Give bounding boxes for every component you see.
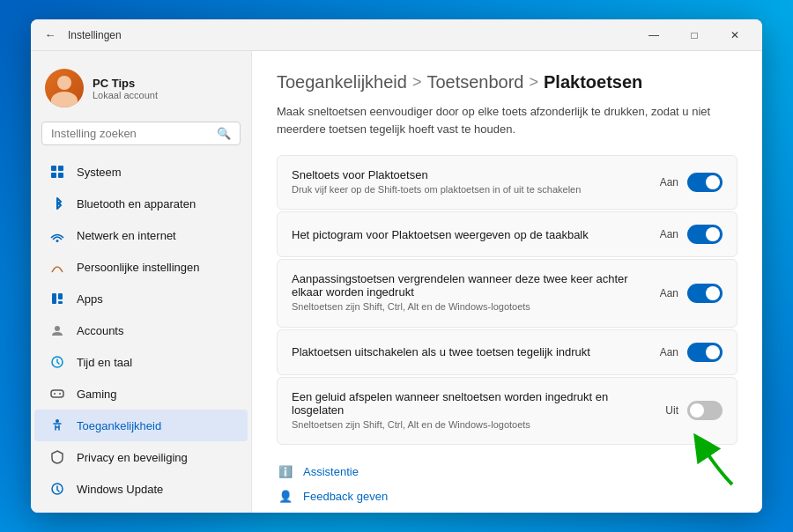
sidebar-label-persoonlijk: Persoonlijke instellingen: [77, 261, 199, 274]
settings-window: ← Instellingen — □ ✕ PC Tips Lokaal acco…: [31, 19, 762, 513]
bottom-links: ℹ️ Assistentie 👤 Feedback geven: [277, 462, 737, 505]
toegankelijkheid-icon: [48, 417, 66, 434]
breadcrumb-part2: Toetsenbord: [426, 72, 523, 92]
sidebar-item-tijd[interactable]: Tijd en taal: [34, 346, 248, 378]
systeem-icon: [48, 163, 66, 181]
feedback-link[interactable]: 👤 Feedback geven: [277, 487, 737, 505]
back-button[interactable]: ←: [38, 23, 63, 48]
sidebar-label-tijd: Tijd en taal: [77, 356, 132, 369]
tijd-icon: [48, 353, 66, 371]
profile-subtitle: Lokaal account: [93, 90, 158, 100]
svg-rect-1: [58, 166, 63, 171]
breadcrumb-sep1: >: [412, 73, 422, 92]
page-description: Maak sneltoetsen eenvoudiger door op elk…: [277, 103, 737, 137]
svg-rect-6: [58, 293, 63, 299]
sidebar-label-netwerk: Netwerk en internet: [77, 229, 176, 242]
setting-uitschakelen: Plaktoetsen uitschakelen als u twee toet…: [277, 329, 737, 375]
toggle-uitschakelen[interactable]: [687, 343, 723, 362]
assistentie-link[interactable]: ℹ️ Assistentie: [277, 462, 737, 480]
toggle-thumb-pictogram: [706, 227, 720, 241]
sidebar-item-apps[interactable]: Apps: [34, 283, 248, 314]
svg-point-13: [56, 419, 59, 423]
sidebar-item-gaming[interactable]: Gaming: [34, 378, 248, 410]
svg-rect-2: [51, 173, 56, 178]
setting-label-uitschakelen: Plaktoetsen uitschakelen als u twee toet…: [292, 345, 642, 358]
apps-icon: [48, 290, 66, 307]
setting-label-geluid: Een geluid afspelen wanneer sneltoetsen …: [292, 390, 648, 417]
toggle-sneltoets[interactable]: [687, 173, 723, 192]
svg-point-4: [56, 240, 59, 242]
setting-state-uitschakelen: Aan: [660, 346, 678, 358]
svg-point-12: [59, 393, 61, 395]
sidebar-item-toegankelijkheid[interactable]: Toegankelijkheid: [34, 410, 248, 441]
svg-rect-3: [58, 173, 63, 178]
setting-pictogram: Het pictogram voor Plaktoetsen weergeven…: [277, 211, 737, 257]
bluetooth-icon: [48, 195, 66, 212]
toggle-thumb-geluid: [690, 403, 704, 417]
sidebar-label-apps: Apps: [77, 292, 103, 306]
close-button[interactable]: ✕: [715, 19, 755, 51]
toggle-pictogram[interactable]: [687, 225, 723, 244]
sidebar-label-toegankelijkheid: Toegankelijkheid: [77, 419, 161, 432]
feedback-label: Feedback geven: [303, 490, 388, 503]
profile-name: PC Tips: [93, 77, 158, 90]
assistentie-icon: ℹ️: [277, 462, 294, 480]
svg-rect-5: [52, 293, 56, 304]
main-layout: PC Tips Lokaal account 🔍 Systeem Bluet: [31, 51, 762, 513]
profile-info: PC Tips Lokaal account: [93, 77, 158, 100]
setting-desc-aanpassings: Sneltoetsen zijn Shift, Ctrl, Alt en de …: [292, 300, 642, 314]
search-input[interactable]: [51, 127, 211, 140]
sidebar-item-update[interactable]: Windows Update: [34, 473, 248, 505]
avatar: [45, 69, 84, 107]
update-icon: [48, 480, 66, 498]
sidebar-label-gaming: Gaming: [77, 388, 117, 401]
setting-geluid: Een geluid afspelen wanneer sneltoetsen …: [277, 377, 737, 445]
setting-state-geluid: Uit: [665, 404, 678, 417]
window-title: Instellingen: [68, 29, 634, 41]
maximize-button[interactable]: □: [674, 19, 715, 51]
sidebar-item-persoonlijk[interactable]: Persoonlijke instellingen: [34, 251, 248, 283]
svg-rect-0: [51, 166, 56, 171]
setting-label-aanpassings: Aanpassingstoetsen vergrendelen wanneer …: [292, 272, 642, 299]
sidebar-item-systeem[interactable]: Systeem: [34, 156, 248, 188]
content-area: Toegankelijkheid > Toetsenbord > Plaktoe…: [251, 51, 762, 513]
accounts-icon: [48, 321, 66, 339]
toggle-thumb-sneltoets: [706, 175, 720, 189]
svg-rect-7: [58, 301, 63, 304]
setting-aanpassings: Aanpassingstoetsen vergrendelen wanneer …: [277, 259, 737, 327]
setting-state-aanpassings: Aan: [660, 287, 678, 299]
sidebar-item-bluetooth[interactable]: Bluetooth en apparaten: [34, 188, 248, 219]
settings-list: Sneltoets voor Plaktoetsen Druk vijf kee…: [277, 155, 737, 445]
setting-sneltoets: Sneltoets voor Plaktoetsen Druk vijf kee…: [277, 155, 737, 210]
sidebar-item-netwerk[interactable]: Netwerk en internet: [34, 219, 248, 251]
svg-point-11: [54, 393, 56, 395]
titlebar: ← Instellingen — □ ✕: [31, 19, 762, 51]
breadcrumb: Toegankelijkheid > Toetsenbord > Plaktoe…: [277, 72, 737, 92]
search-box[interactable]: 🔍: [41, 122, 241, 145]
feedback-icon: 👤: [277, 487, 294, 505]
toggle-aanpassings[interactable]: [687, 284, 723, 303]
setting-state-pictogram: Aan: [660, 228, 678, 240]
profile-area: PC Tips Lokaal account: [31, 62, 251, 122]
netwerk-icon: [48, 226, 66, 244]
sidebar-label-update: Windows Update: [77, 483, 163, 496]
setting-desc-sneltoets: Druk vijf keer op de Shift-toets om plak…: [292, 183, 642, 196]
sidebar-item-privacy[interactable]: Privacy en beveiliging: [34, 441, 248, 473]
breadcrumb-sep2: >: [529, 73, 538, 92]
minimize-button[interactable]: —: [634, 19, 674, 51]
sidebar-label-accounts: Accounts: [77, 324, 123, 337]
setting-state-sneltoets: Aan: [660, 176, 678, 188]
setting-desc-geluid: Sneltoetsen zijn Shift, Ctrl, Alt en de …: [292, 418, 648, 432]
privacy-icon: [48, 448, 66, 466]
sidebar-item-accounts[interactable]: Accounts: [34, 314, 248, 346]
breadcrumb-current: Plaktoetsen: [544, 72, 642, 92]
gaming-icon: [48, 385, 66, 403]
toggle-geluid[interactable]: [687, 401, 723, 420]
sidebar-label-systeem: Systeem: [77, 166, 122, 179]
persoonlijk-icon: [48, 258, 66, 276]
toggle-thumb-aanpassings: [706, 286, 720, 300]
sidebar: PC Tips Lokaal account 🔍 Systeem Bluet: [31, 51, 251, 513]
sidebar-label-bluetooth: Bluetooth en apparaten: [77, 197, 196, 211]
setting-label-sneltoets: Sneltoets voor Plaktoetsen: [292, 168, 642, 181]
search-icon: 🔍: [217, 127, 231, 140]
